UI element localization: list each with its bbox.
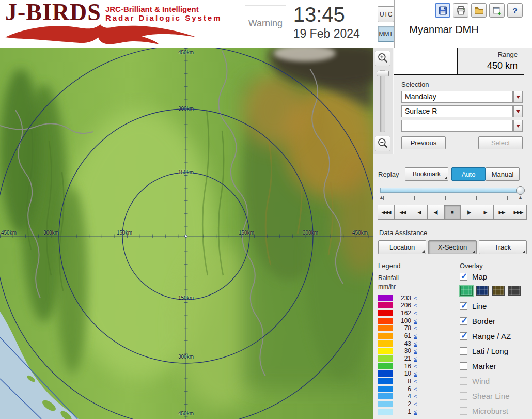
header-right: ? Myanmar DMH — [394, 0, 532, 48]
overlay-checkbox[interactable] — [460, 302, 467, 310]
legend-threshold-link[interactable]: ≤ — [414, 393, 417, 399]
overlay-checkbox[interactable] — [460, 362, 467, 370]
manual-button[interactable]: Manual — [486, 167, 520, 181]
radar-map[interactable]: 450km 300km 150km 150km 300km 450km 450k… — [0, 48, 373, 419]
play-button[interactable]: ▶ — [477, 205, 494, 220]
legend-threshold-link[interactable]: ≤ — [414, 378, 417, 384]
data-assistance-button[interactable]: X-Section — [428, 240, 476, 254]
export-add-button[interactable] — [489, 3, 505, 18]
map-style-navy-swatch[interactable] — [476, 286, 489, 296]
select-button[interactable]: Select — [478, 136, 523, 149]
legend-value: 43 — [393, 340, 411, 347]
fast-forward-button[interactable]: ▶▶ — [493, 205, 510, 220]
overlay-checkbox[interactable] — [460, 377, 467, 385]
legend-threshold-link[interactable]: ≤ — [414, 370, 417, 377]
replay-timeline[interactable] — [379, 187, 526, 194]
map-style-terrain-swatch[interactable] — [460, 286, 473, 296]
zoom-in-button[interactable] — [375, 51, 390, 66]
legend-color-swatch — [378, 409, 393, 415]
step-forward-button[interactable]: |▶ — [460, 205, 477, 220]
warning-button[interactable]: Warning — [245, 5, 286, 41]
fast-rewind-button[interactable]: ◀◀ — [394, 205, 411, 220]
legend-threshold-link[interactable]: ≤ — [414, 386, 417, 392]
bookmark-button[interactable]: Bookmark — [405, 167, 448, 181]
overlay-item[interactable]: Shear Line — [460, 389, 527, 404]
overlay-item[interactable]: Border — [460, 314, 527, 329]
overlay-item[interactable]: Lati / Long — [460, 344, 527, 359]
step-back-button[interactable]: ◀| — [427, 205, 444, 220]
legend-threshold-link[interactable]: ≤ — [414, 302, 417, 308]
jump-end-button[interactable]: ▶▶▶ — [510, 205, 527, 220]
overlay-item[interactable]: Marker — [460, 359, 527, 374]
print-button[interactable] — [453, 3, 468, 18]
zoom-slider-thumb[interactable] — [377, 71, 389, 76]
zoom-out-icon — [377, 137, 388, 149]
data-assistance-button[interactable]: Location — [378, 240, 426, 254]
selection-panel: Range 450 km Selection Mandalay — [393, 48, 532, 154]
zoom-strip — [373, 48, 393, 154]
overlay-checkbox[interactable] — [460, 317, 467, 325]
data-assistance-button[interactable]: Track — [479, 240, 527, 254]
overlay-item[interactable]: Range / AZ — [460, 329, 527, 344]
dropdown-arrow-button[interactable] — [513, 91, 523, 103]
overlay-item-label: Line — [472, 302, 487, 311]
legend-color-swatch — [378, 355, 393, 362]
overlay-item-map[interactable]: Map — [460, 270, 527, 283]
overlay-checkbox[interactable] — [460, 392, 467, 400]
legend-threshold-link[interactable]: ≤ — [414, 348, 417, 354]
overlay-checkbox[interactable] — [460, 347, 467, 355]
overlay-section: Overlay Map — [455, 262, 527, 418]
map-checkbox[interactable] — [460, 273, 467, 281]
legend-color-swatch — [378, 363, 393, 369]
jbirds-app: J-BIRDS JRC-Brilliant & Intelligent Rada… — [0, 0, 532, 419]
dropdown-value[interactable]: Mandalay — [401, 91, 513, 103]
overlay-item[interactable]: Line — [460, 299, 527, 314]
overlay-item[interactable]: Microburst — [460, 404, 527, 418]
rewind-button[interactable]: ◀ — [411, 205, 428, 220]
legend-threshold-link[interactable]: ≤ — [414, 363, 417, 369]
legend-threshold-link[interactable]: ≤ — [414, 333, 417, 339]
legend-entry: 21 ≤ — [378, 355, 455, 363]
main: 450km 300km 150km 150km 300km 450km 450k… — [0, 48, 532, 419]
timeline-track[interactable] — [380, 188, 519, 193]
legend-threshold-link[interactable]: ≤ — [414, 401, 417, 407]
overlay-checkbox[interactable] — [460, 332, 467, 340]
legend-threshold-link[interactable]: ≤ — [414, 310, 417, 316]
legend-entry: 233 ≤ — [378, 294, 455, 302]
radar-map-image — [0, 48, 373, 419]
mmt-button[interactable]: MMT — [378, 26, 394, 42]
dropdown-arrow-button[interactable] — [513, 105, 523, 117]
open-folder-button[interactable] — [471, 3, 487, 18]
auto-button[interactable]: Auto — [451, 167, 486, 181]
save-button[interactable] — [435, 3, 450, 18]
legend-value: 1 — [393, 408, 411, 415]
legend-value: 30 — [393, 347, 411, 354]
jump-start-button[interactable]: ◀◀◀ — [378, 205, 395, 220]
legend-threshold-link[interactable]: ≤ — [414, 295, 417, 301]
help-button[interactable]: ? — [507, 3, 523, 18]
legend-value: 10 — [393, 370, 411, 377]
dropdown-value[interactable]: Surface R — [401, 105, 513, 117]
legend-threshold-link[interactable]: ≤ — [414, 325, 417, 331]
legend-threshold-link[interactable]: ≤ — [414, 318, 417, 324]
overlay-checkbox[interactable] — [460, 407, 467, 415]
map-style-gray-swatch[interactable] — [508, 286, 521, 296]
timeline-ticks — [379, 195, 526, 201]
legend-threshold-link[interactable]: ≤ — [414, 355, 417, 362]
overlay-item[interactable]: Wind — [460, 374, 527, 389]
map-style-olive-swatch[interactable] — [492, 286, 505, 296]
dropdown-value[interactable] — [401, 120, 513, 132]
zoom-out-button[interactable] — [375, 136, 390, 151]
open-folder-icon — [474, 6, 484, 15]
overlay-item-label: Microburst — [472, 407, 508, 415]
legend-label: Legend — [378, 262, 455, 270]
legend-value: 4 — [393, 393, 411, 400]
timeline-thumb[interactable] — [516, 186, 525, 195]
previous-button[interactable]: Previous — [401, 136, 446, 149]
zoom-slider[interactable] — [373, 69, 393, 133]
utc-button[interactable]: UTC — [378, 6, 394, 22]
legend-threshold-link[interactable]: ≤ — [414, 409, 417, 415]
legend-threshold-link[interactable]: ≤ — [414, 340, 417, 347]
dropdown-arrow-button[interactable] — [513, 120, 523, 132]
stop-button[interactable]: ■ — [444, 205, 461, 220]
